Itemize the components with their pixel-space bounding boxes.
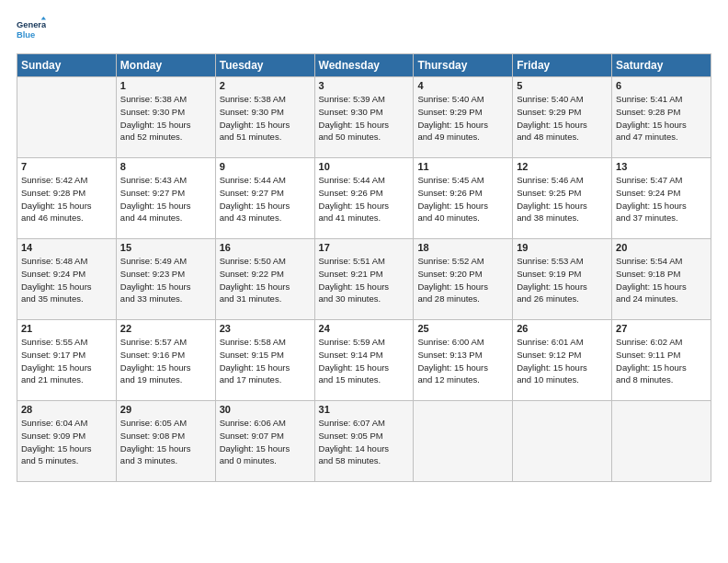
weekday-header-cell: Sunday (17, 54, 117, 77)
day-info: Sunrise: 5:41 AM Sunset: 9:28 PM Dayligh… (616, 93, 707, 144)
page: General Blue SundayMondayTuesdayWednesda… (0, 0, 728, 563)
day-number: 20 (616, 242, 707, 253)
calendar-day-cell: 9Sunrise: 5:44 AM Sunset: 9:27 PM Daylig… (215, 158, 314, 239)
calendar-week-row: 1Sunrise: 5:38 AM Sunset: 9:30 PM Daylig… (17, 77, 711, 158)
weekday-header-cell: Wednesday (314, 54, 414, 77)
calendar-day-cell: 4Sunrise: 5:40 AM Sunset: 9:29 PM Daylig… (414, 77, 513, 158)
calendar-day-cell: 12Sunrise: 5:46 AM Sunset: 9:25 PM Dayli… (513, 158, 612, 239)
day-info: Sunrise: 5:44 AM Sunset: 9:27 PM Dayligh… (220, 174, 311, 224)
logo: General Blue (17, 17, 50, 46)
svg-text:Blue: Blue (17, 30, 35, 40)
calendar-day-cell: 5Sunrise: 5:40 AM Sunset: 9:29 PM Daylig… (513, 77, 612, 158)
day-info: Sunrise: 5:47 AM Sunset: 9:24 PM Dayligh… (616, 174, 707, 224)
day-number: 23 (220, 323, 311, 334)
day-info: Sunrise: 6:02 AM Sunset: 9:11 PM Dayligh… (616, 336, 707, 386)
calendar-day-cell: 26Sunrise: 6:01 AM Sunset: 9:12 PM Dayli… (513, 320, 612, 401)
day-info: Sunrise: 5:40 AM Sunset: 9:29 PM Dayligh… (417, 93, 508, 144)
day-info: Sunrise: 5:42 AM Sunset: 9:28 PM Dayligh… (21, 174, 112, 224)
day-number: 25 (417, 323, 508, 334)
day-number: 8 (120, 161, 211, 172)
calendar-day-cell: 1Sunrise: 5:38 AM Sunset: 9:30 PM Daylig… (116, 77, 215, 158)
calendar-day-cell: 16Sunrise: 5:50 AM Sunset: 9:22 PM Dayli… (215, 239, 314, 320)
calendar-day-cell: 24Sunrise: 5:59 AM Sunset: 9:14 PM Dayli… (314, 320, 414, 401)
calendar-day-cell: 6Sunrise: 5:41 AM Sunset: 9:28 PM Daylig… (612, 77, 711, 158)
day-info: Sunrise: 5:53 AM Sunset: 9:19 PM Dayligh… (517, 255, 608, 305)
day-info: Sunrise: 6:07 AM Sunset: 9:05 PM Dayligh… (319, 417, 410, 467)
weekday-header-row: SundayMondayTuesdayWednesdayThursdayFrid… (17, 54, 711, 77)
day-info: Sunrise: 5:38 AM Sunset: 9:30 PM Dayligh… (220, 93, 311, 144)
day-info: Sunrise: 5:40 AM Sunset: 9:29 PM Dayligh… (517, 93, 608, 144)
calendar-day-cell: 30Sunrise: 6:06 AM Sunset: 9:07 PM Dayli… (215, 401, 314, 482)
day-info: Sunrise: 5:54 AM Sunset: 9:18 PM Dayligh… (616, 255, 707, 305)
day-number: 24 (319, 323, 410, 334)
day-number: 9 (220, 161, 311, 172)
day-info: Sunrise: 6:06 AM Sunset: 9:07 PM Dayligh… (220, 417, 311, 467)
calendar-day-cell: 7Sunrise: 5:42 AM Sunset: 9:28 PM Daylig… (17, 158, 117, 239)
calendar-day-cell: 23Sunrise: 5:58 AM Sunset: 9:15 PM Dayli… (215, 320, 314, 401)
day-number: 21 (21, 323, 112, 334)
calendar-day-cell (612, 401, 711, 482)
calendar-day-cell: 21Sunrise: 5:55 AM Sunset: 9:17 PM Dayli… (17, 320, 117, 401)
day-number: 17 (319, 242, 410, 253)
calendar-day-cell (513, 401, 612, 482)
weekday-header-cell: Tuesday (215, 54, 314, 77)
day-info: Sunrise: 5:57 AM Sunset: 9:16 PM Dayligh… (120, 336, 211, 386)
calendar-table: SundayMondayTuesdayWednesdayThursdayFrid… (17, 53, 711, 482)
day-number: 7 (21, 161, 112, 172)
day-number: 14 (21, 242, 112, 253)
calendar-day-cell: 13Sunrise: 5:47 AM Sunset: 9:24 PM Dayli… (612, 158, 711, 239)
calendar-week-row: 14Sunrise: 5:48 AM Sunset: 9:24 PM Dayli… (17, 239, 711, 320)
calendar-day-cell (414, 401, 513, 482)
logo-icon: General Blue (17, 17, 46, 46)
calendar-day-cell: 29Sunrise: 6:05 AM Sunset: 9:08 PM Dayli… (116, 401, 215, 482)
day-number: 10 (319, 161, 410, 172)
day-number: 27 (616, 323, 707, 334)
day-info: Sunrise: 5:44 AM Sunset: 9:26 PM Dayligh… (319, 174, 410, 224)
calendar-day-cell: 27Sunrise: 6:02 AM Sunset: 9:11 PM Dayli… (612, 320, 711, 401)
day-number: 31 (319, 404, 410, 415)
weekday-header-cell: Friday (513, 54, 612, 77)
day-number: 11 (417, 161, 508, 172)
day-info: Sunrise: 5:45 AM Sunset: 9:26 PM Dayligh… (417, 174, 508, 224)
day-number: 2 (220, 80, 311, 91)
day-info: Sunrise: 5:50 AM Sunset: 9:22 PM Dayligh… (220, 255, 311, 305)
calendar-day-cell (17, 77, 117, 158)
day-info: Sunrise: 5:52 AM Sunset: 9:20 PM Dayligh… (417, 255, 508, 305)
day-number: 18 (417, 242, 508, 253)
svg-marker-3 (41, 17, 46, 20)
calendar-day-cell: 10Sunrise: 5:44 AM Sunset: 9:26 PM Dayli… (314, 158, 414, 239)
day-number: 13 (616, 161, 707, 172)
day-info: Sunrise: 5:46 AM Sunset: 9:25 PM Dayligh… (517, 174, 608, 224)
day-info: Sunrise: 5:51 AM Sunset: 9:21 PM Dayligh… (319, 255, 410, 305)
day-number: 3 (319, 80, 410, 91)
day-info: Sunrise: 5:49 AM Sunset: 9:23 PM Dayligh… (120, 255, 211, 305)
day-info: Sunrise: 5:38 AM Sunset: 9:30 PM Dayligh… (120, 93, 211, 144)
calendar-day-cell: 20Sunrise: 5:54 AM Sunset: 9:18 PM Dayli… (612, 239, 711, 320)
day-number: 19 (517, 242, 608, 253)
day-number: 22 (120, 323, 211, 334)
calendar-day-cell: 11Sunrise: 5:45 AM Sunset: 9:26 PM Dayli… (414, 158, 513, 239)
day-info: Sunrise: 5:58 AM Sunset: 9:15 PM Dayligh… (220, 336, 311, 386)
calendar-day-cell: 3Sunrise: 5:39 AM Sunset: 9:30 PM Daylig… (314, 77, 414, 158)
calendar-day-cell: 25Sunrise: 6:00 AM Sunset: 9:13 PM Dayli… (414, 320, 513, 401)
weekday-header-cell: Monday (116, 54, 215, 77)
day-number: 5 (517, 80, 608, 91)
day-number: 30 (220, 404, 311, 415)
calendar-day-cell: 8Sunrise: 5:43 AM Sunset: 9:27 PM Daylig… (116, 158, 215, 239)
day-number: 4 (417, 80, 508, 91)
day-number: 29 (120, 404, 211, 415)
day-number: 26 (517, 323, 608, 334)
calendar-day-cell: 2Sunrise: 5:38 AM Sunset: 9:30 PM Daylig… (215, 77, 314, 158)
weekday-header-cell: Saturday (612, 54, 711, 77)
day-info: Sunrise: 5:59 AM Sunset: 9:14 PM Dayligh… (319, 336, 410, 386)
day-info: Sunrise: 6:00 AM Sunset: 9:13 PM Dayligh… (417, 336, 508, 386)
day-number: 16 (220, 242, 311, 253)
calendar-day-cell: 17Sunrise: 5:51 AM Sunset: 9:21 PM Dayli… (314, 239, 414, 320)
weekday-header-cell: Thursday (414, 54, 513, 77)
day-number: 6 (616, 80, 707, 91)
day-info: Sunrise: 5:48 AM Sunset: 9:24 PM Dayligh… (21, 255, 112, 305)
day-info: Sunrise: 6:04 AM Sunset: 9:09 PM Dayligh… (21, 417, 112, 467)
header: General Blue (17, 17, 711, 46)
calendar-week-row: 28Sunrise: 6:04 AM Sunset: 9:09 PM Dayli… (17, 401, 711, 482)
calendar-day-cell: 28Sunrise: 6:04 AM Sunset: 9:09 PM Dayli… (17, 401, 117, 482)
